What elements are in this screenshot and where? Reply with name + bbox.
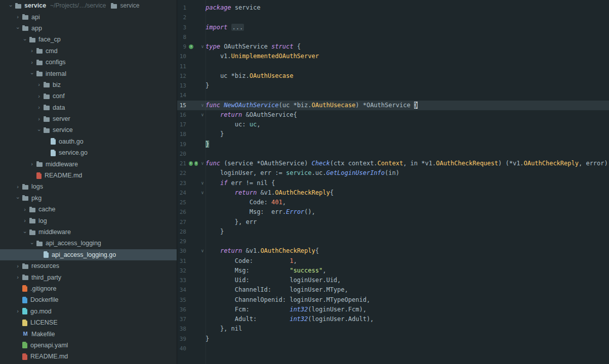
code-line[interactable]: 19} <box>177 140 609 149</box>
fold-marker-icon[interactable]: ∨ <box>199 246 206 256</box>
chevron-down-icon[interactable]: › <box>29 239 35 248</box>
tree-item-cmd[interactable]: ›cmd <box>0 46 177 57</box>
code-line[interactable]: 9↑∨type OAuthService struct { <box>177 42 609 52</box>
chevron-right-icon[interactable]: › <box>13 308 22 314</box>
chevron-right-icon[interactable]: › <box>20 207 29 212</box>
chevron-right-icon[interactable]: › <box>13 263 22 269</box>
line-number[interactable]: 23 <box>177 178 186 188</box>
fold-marker-icon[interactable]: ∨ <box>199 42 206 52</box>
line-number[interactable]: 15 <box>177 101 186 110</box>
chevron-right-icon[interactable]: › <box>34 116 44 122</box>
code-line[interactable]: 15∨func NewOAuthService(uc *biz.OAuthUse… <box>177 101 609 110</box>
line-number[interactable]: 39 <box>177 334 186 344</box>
tree-item-log[interactable]: ›log <box>0 215 177 226</box>
tree-item-dockerfile[interactable]: Dockerfile <box>0 294 177 305</box>
code-line[interactable]: 22 loginUser, err := service.uc.GetLogin… <box>177 168 609 178</box>
code-line[interactable]: 26 Msg: err.Error(), <box>177 207 609 217</box>
chevron-right-icon[interactable]: › <box>34 94 44 99</box>
tree-item-api-access-logging-go[interactable]: api_access_logging.go <box>0 249 177 260</box>
tree-item-internal[interactable]: ›internal <box>0 68 177 79</box>
chevron-right-icon[interactable]: › <box>13 184 22 190</box>
code-line[interactable]: 12 uc *biz.OAuthUsecase <box>177 71 609 81</box>
line-number[interactable]: 25 <box>177 198 186 207</box>
code-line[interactable]: 36 Fcm: int32(loginUser.Fcm), <box>177 305 609 314</box>
chevron-right-icon[interactable]: › <box>20 218 29 223</box>
line-number[interactable]: 32 <box>177 266 186 276</box>
line-number[interactable]: 33 <box>177 276 186 285</box>
tree-item--gitignore[interactable]: .gitignore <box>0 283 177 294</box>
chevron-right-icon[interactable]: › <box>13 14 22 20</box>
tree-item-middleware[interactable]: ›middleware <box>0 158 177 169</box>
line-number[interactable]: 14 <box>177 90 186 100</box>
code-line[interactable]: 27 }, err <box>177 217 609 227</box>
code-line[interactable]: 29 <box>177 237 609 246</box>
code-line[interactable]: 18 } <box>177 129 609 139</box>
overrides-icon[interactable]: ↑ <box>194 161 198 166</box>
code-line[interactable]: 21↑↑∨func (service *OAuthService) Check(… <box>177 159 609 168</box>
implements-icon[interactable]: ↑ <box>189 161 193 166</box>
tree-item-third-party[interactable]: ›third_party <box>0 271 177 283</box>
code-line[interactable]: 2 <box>177 13 609 22</box>
line-number[interactable]: 16 <box>177 110 186 120</box>
code-line[interactable]: 14 <box>177 90 609 100</box>
chevron-down-icon[interactable]: › <box>22 35 28 44</box>
code-line[interactable]: 17 uc: uc, <box>177 120 609 129</box>
line-number[interactable]: 27 <box>177 217 186 227</box>
tree-item-readme-md[interactable]: README.md <box>0 351 177 362</box>
tree-item-openapi-yaml[interactable]: openapi.yaml <box>0 340 177 351</box>
line-number[interactable]: 31 <box>177 256 186 266</box>
tree-item-configs[interactable]: ›configs <box>0 57 177 68</box>
line-number[interactable]: 37 <box>177 314 186 324</box>
line-number[interactable]: 35 <box>177 295 186 305</box>
line-number[interactable]: 3 <box>177 23 186 32</box>
tree-item-readme-md[interactable]: README.md <box>0 170 177 181</box>
code-line[interactable]: 13} <box>177 81 609 90</box>
code-line[interactable]: 30∨ return &v1.OAuthCheckReply{ <box>177 246 609 256</box>
code-line[interactable]: 11 <box>177 62 609 71</box>
code-line[interactable]: 16∨ return &OAuthService{ <box>177 110 609 120</box>
line-number[interactable]: 34 <box>177 285 186 295</box>
code-line[interactable]: 10 v1.UnimplementedOAuthServer <box>177 52 609 61</box>
tree-item-service-go[interactable]: service.go <box>0 147 177 158</box>
code-line[interactable]: 3import ... <box>177 23 609 32</box>
chevron-down-icon[interactable]: › <box>15 194 21 203</box>
tree-item-data[interactable]: ›data <box>0 102 177 113</box>
code-line[interactable]: 39} <box>177 334 609 344</box>
line-number[interactable]: 40 <box>177 344 186 353</box>
code-line[interactable]: 35 ChannelOpenid: loginUser.MTypeOpenid, <box>177 295 609 305</box>
tree-item-app[interactable]: ›app <box>0 23 177 34</box>
line-number[interactable]: 36 <box>177 305 186 314</box>
tree-item-api[interactable]: ›api <box>0 11 177 22</box>
tree-root-row[interactable]: ›service~/Projects/…/serviceservice <box>0 0 177 11</box>
fold-marker-icon[interactable]: ∨ <box>199 178 206 188</box>
chevron-down-icon[interactable]: › <box>22 228 28 237</box>
chevron-right-icon[interactable]: › <box>27 161 36 167</box>
tree-item-makefile[interactable]: MMakefile <box>0 328 177 339</box>
fold-marker-icon[interactable]: ∨ <box>199 101 206 110</box>
code-line[interactable]: 23∨ if err != nil { <box>177 178 609 188</box>
chevron-right-icon[interactable]: › <box>34 105 44 110</box>
line-number[interactable]: 30 <box>177 246 186 256</box>
line-number[interactable]: 21 <box>177 159 186 168</box>
tree-item-conf[interactable]: ›conf <box>0 90 177 102</box>
tree-item-face-cp[interactable]: ›face_cp <box>0 34 177 45</box>
line-number[interactable]: 22 <box>177 168 186 178</box>
line-number[interactable]: 19 <box>177 140 186 149</box>
code-line[interactable]: 33 Uid: loginUser.Uid, <box>177 276 609 285</box>
code-editor[interactable]: 1package service23import ...89↑∨type OAu… <box>177 0 609 364</box>
line-number[interactable]: 20 <box>177 149 186 159</box>
tree-item-biz[interactable]: ›biz <box>0 79 177 90</box>
tree-item-resources[interactable]: ›resources <box>0 260 177 271</box>
code-line[interactable]: 24∨ return &v1.OAuthCheckReply{ <box>177 188 609 198</box>
line-number[interactable]: 17 <box>177 120 186 129</box>
code-line[interactable]: 34 ChannelId: loginUser.MType, <box>177 285 609 295</box>
line-number[interactable]: 2 <box>177 13 186 22</box>
line-number[interactable]: 13 <box>177 81 186 90</box>
fold-marker-icon[interactable]: ∨ <box>199 110 206 120</box>
fold-marker-icon[interactable]: ∨ <box>199 188 206 198</box>
code-line[interactable]: 31 Code: 1, <box>177 256 609 266</box>
tree-item-pkg[interactable]: ›pkg <box>0 193 177 204</box>
code-line[interactable]: 20 <box>177 149 609 159</box>
line-number[interactable]: 9 <box>177 42 186 52</box>
chevron-right-icon[interactable]: › <box>34 82 44 87</box>
